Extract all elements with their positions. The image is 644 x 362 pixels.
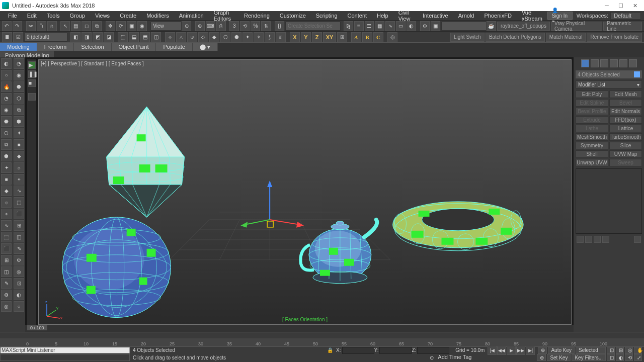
tool-l[interactable]: ◇ bbox=[198, 32, 208, 42]
nav-7-button[interactable]: ⟲ bbox=[625, 354, 633, 361]
key-mode-button[interactable]: ⊕ bbox=[538, 347, 547, 354]
remove-isolate-chip[interactable]: Remove From Isolate bbox=[587, 33, 642, 42]
vp-pause-button[interactable]: ❚❚ bbox=[28, 70, 36, 78]
tool-i[interactable]: ⟐ bbox=[165, 32, 175, 42]
snap-a-button[interactable]: A bbox=[351, 32, 361, 42]
isolate-toggle[interactable]: ⊙ bbox=[430, 355, 434, 360]
time-ruler[interactable]: 0510152025303540455055606570758085909510… bbox=[0, 338, 644, 346]
menu-group[interactable]: Group bbox=[64, 12, 90, 19]
tool-d[interactable]: ◪ bbox=[104, 32, 114, 42]
left-tool-1-18[interactable]: ◎ bbox=[14, 266, 24, 277]
axis-constraint-button[interactable]: ⊞ bbox=[337, 32, 347, 42]
ribbon-tab-modeling[interactable]: Modeling bbox=[0, 43, 37, 51]
selset-lock-button[interactable]: ≣ bbox=[2, 32, 12, 42]
modifier-unwrap-uvw-button[interactable]: Unwrap UVW bbox=[576, 159, 608, 166]
selection-set-dropdown[interactable] bbox=[24, 33, 67, 42]
move-button[interactable]: ✥ bbox=[106, 21, 115, 31]
util-chip-2[interactable]: Vray Physical Camera bbox=[551, 22, 602, 31]
left-tool-1-12[interactable]: ⬚ bbox=[14, 197, 24, 208]
manipulate-button[interactable]: ⊕ bbox=[195, 21, 205, 31]
left-tool-1-16[interactable]: ✎ bbox=[14, 243, 24, 254]
menu-phoenixfd[interactable]: PhoenixFD bbox=[479, 12, 516, 19]
left-tool-0-11[interactable]: ◆ bbox=[1, 186, 12, 196]
left-tool-0-13[interactable]: ⌖ bbox=[1, 209, 12, 219]
left-tool-0-15[interactable]: ⬚ bbox=[1, 232, 12, 242]
modifier-ffd-box--button[interactable]: FFD(box) bbox=[609, 116, 642, 124]
nav-8-button[interactable]: ⤢ bbox=[634, 354, 642, 361]
go-start-button[interactable]: |◀ bbox=[488, 346, 497, 355]
selset-edit-button[interactable]: ☑ bbox=[13, 32, 23, 42]
vp-stop-button[interactable]: ■ bbox=[28, 79, 36, 87]
left-tool-1-19[interactable]: ⊡ bbox=[14, 278, 24, 289]
ribbon-tab-freeform[interactable]: Freeform bbox=[37, 43, 74, 51]
left-tool-1-2[interactable]: ⬣ bbox=[14, 81, 24, 92]
left-tool-0-3[interactable]: ◔ bbox=[1, 93, 12, 104]
keyfilters-button[interactable]: Key Filters... bbox=[572, 354, 606, 361]
menu-vue-xstream[interactable]: Vue xStream bbox=[517, 9, 547, 22]
left-tool-0-17[interactable]: ⊞ bbox=[1, 255, 12, 265]
modifier-edit-poly-button[interactable]: Edit Poly bbox=[576, 90, 608, 98]
named-sel-button[interactable]: ⎙ bbox=[216, 21, 226, 31]
left-tool-1-15[interactable]: ◫ bbox=[14, 232, 24, 242]
modifier-symmetry-button[interactable]: Symmetry bbox=[576, 142, 608, 149]
select-name-button[interactable]: ▤ bbox=[71, 21, 80, 31]
select-region-button[interactable]: ◻ bbox=[82, 21, 91, 31]
go-end-button[interactable]: ▶| bbox=[526, 346, 535, 355]
prev-frame-button[interactable]: ◀◀ bbox=[497, 346, 506, 355]
key-selected-dropdown[interactable]: Selected bbox=[576, 347, 606, 354]
motion-tab-icon[interactable] bbox=[610, 59, 618, 67]
transform-gizmo-icon[interactable] bbox=[240, 180, 304, 228]
menu-create[interactable]: Create bbox=[115, 12, 141, 19]
menu-customize[interactable]: Customize bbox=[275, 12, 311, 19]
sphere-object[interactable] bbox=[62, 217, 171, 318]
left-tool-0-19[interactable]: ✎ bbox=[1, 278, 12, 289]
modifier-shell-button[interactable]: Shell bbox=[576, 150, 608, 158]
tool-e[interactable]: ⬚ bbox=[118, 32, 128, 42]
tool-q[interactable]: ✧ bbox=[254, 32, 264, 42]
modifier-turbosmooth-button[interactable]: TurboSmooth bbox=[609, 133, 642, 141]
left-tool-1-1[interactable]: ◉ bbox=[14, 70, 24, 80]
ribbon-overflow-button[interactable]: ⬤ ▾ bbox=[193, 43, 218, 51]
left-tool-1-10[interactable]: ⌖ bbox=[14, 174, 24, 185]
hierarchy-tab-icon[interactable] bbox=[600, 59, 608, 67]
tool-p[interactable]: ✦ bbox=[243, 32, 253, 42]
left-tool-1-7[interactable]: ■ bbox=[14, 139, 24, 150]
nav-5-button[interactable]: ⊡ bbox=[607, 354, 615, 361]
left-tool-0-5[interactable]: ⬣ bbox=[1, 116, 12, 127]
render-setup-button[interactable]: ⚙ bbox=[420, 21, 430, 31]
percent-snap-button[interactable]: % bbox=[251, 21, 260, 31]
tool-j[interactable]: ⟑ bbox=[176, 32, 186, 42]
left-tool-1-9[interactable]: ☼ bbox=[14, 162, 24, 173]
keyboard-button[interactable]: ⌨ bbox=[206, 21, 215, 31]
ribbon-tab-selection[interactable]: Selection bbox=[74, 43, 111, 51]
show-end-result-button[interactable] bbox=[585, 236, 592, 243]
menu-arnold[interactable]: Arnold bbox=[453, 12, 479, 19]
left-tool-1-21[interactable]: ○ bbox=[14, 301, 24, 312]
time-slider-strip[interactable]: 0 / 100 bbox=[25, 325, 574, 332]
left-tool-1-13[interactable]: ⬛ bbox=[14, 209, 24, 219]
left-tool-0-4[interactable]: ◉ bbox=[1, 105, 12, 115]
tool-n[interactable]: ⬡ bbox=[220, 32, 230, 42]
tool-a[interactable]: ◧ bbox=[70, 32, 80, 42]
batch-detach-chip[interactable]: Batch Detach Polygons bbox=[486, 33, 545, 42]
edit-sel-set-button[interactable]: {} bbox=[275, 21, 284, 31]
minimize-button[interactable]: ─ bbox=[600, 1, 614, 10]
menu-civil-view[interactable]: Civil View bbox=[393, 9, 418, 22]
perspective-viewport[interactable]: [+] [ Perspective ] [ Standard ] [ Edged… bbox=[38, 59, 572, 325]
material-button[interactable]: ◐ bbox=[407, 21, 416, 31]
left-tool-1-6[interactable]: ✦ bbox=[14, 128, 24, 138]
maxscript-listener[interactable]: MAXScript Mini Listener bbox=[0, 347, 130, 353]
render-preset-dropdown[interactable] bbox=[441, 22, 487, 31]
left-tool-1-5[interactable]: ⬢ bbox=[14, 116, 24, 127]
tool-k[interactable]: ⟒ bbox=[187, 32, 197, 42]
light-switch-chip[interactable]: Light Switch bbox=[450, 33, 485, 42]
nav-1-button[interactable]: ⊡ bbox=[607, 347, 615, 354]
create-selection-set-input[interactable] bbox=[285, 22, 341, 31]
close-button[interactable]: ✕ bbox=[628, 1, 642, 10]
maxscript-input[interactable] bbox=[0, 354, 130, 361]
configure-sets-button[interactable] bbox=[634, 236, 641, 243]
object-color-swatch[interactable] bbox=[634, 71, 640, 77]
menu-tools[interactable]: Tools bbox=[42, 12, 65, 19]
util-chip-1[interactable]: raytrace_off_popups bbox=[497, 22, 550, 31]
unlink-button[interactable]: ⫚ bbox=[37, 21, 46, 31]
